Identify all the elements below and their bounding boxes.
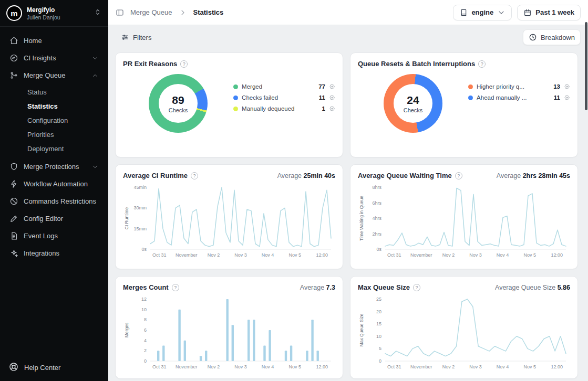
sidebar-subitem-deployment[interactable]: Deployment bbox=[23, 142, 104, 156]
average-readout: Average 25min 40s bbox=[277, 172, 335, 179]
repository-selector[interactable]: engine bbox=[453, 5, 512, 20]
legend-filter-icon[interactable] bbox=[329, 105, 335, 112]
card-title: Average CI Runtime bbox=[123, 172, 188, 179]
workspace-switch-icon[interactable] bbox=[94, 8, 102, 18]
workspace-meta: Mergifyio Julien Danjou bbox=[27, 6, 89, 20]
svg-text:0s: 0s bbox=[141, 247, 147, 252]
help-icon[interactable]: ? bbox=[455, 172, 462, 179]
legend-item[interactable]: Checks failed11 bbox=[233, 94, 335, 101]
legend: Merged77Checks failed11Manually dequeued… bbox=[233, 83, 335, 112]
svg-text:November: November bbox=[410, 364, 432, 369]
sidebar-item-help-center[interactable]: Help Center bbox=[0, 354, 108, 381]
legend-item[interactable]: Ahead manually ...11 bbox=[468, 94, 570, 101]
pr-exit-donut-chart[interactable]: 89 Checks bbox=[149, 74, 208, 133]
max-queue-size-line-chart[interactable]: Max Queue Size0510152025Oct 31NovemberNo… bbox=[358, 294, 570, 374]
breakdown-label: Breakdown bbox=[541, 34, 575, 41]
sidebar-item-merge-protections[interactable]: Merge Protections bbox=[4, 158, 104, 175]
chevron-up-icon bbox=[91, 72, 99, 79]
ci-runtime-line-chart[interactable]: CI Runtime0s15min30min45minOct 31Novembe… bbox=[123, 183, 335, 262]
svg-text:Oct 31: Oct 31 bbox=[387, 364, 401, 369]
sidebar-item-event-logs[interactable]: Event Logs bbox=[4, 227, 104, 245]
svg-text:Max Queue Size: Max Queue Size bbox=[359, 313, 364, 346]
sidebar-subitem-status[interactable]: Status bbox=[23, 85, 104, 99]
chevron-down-icon bbox=[91, 55, 99, 62]
svg-text:Nov 5: Nov 5 bbox=[288, 364, 301, 369]
legend-filter-icon[interactable] bbox=[329, 83, 335, 90]
card-average-ci-runtime: Average CI Runtime ? Average 25min 40s C… bbox=[115, 164, 343, 269]
svg-text:Nov 5: Nov 5 bbox=[523, 364, 536, 369]
breakdown-button[interactable]: Breakdown bbox=[523, 29, 581, 45]
svg-text:6hrs: 6hrs bbox=[372, 200, 381, 206]
sidebar-item-label: Merge Protections bbox=[24, 163, 86, 171]
legend-item[interactable]: Manually dequeued1 bbox=[233, 105, 335, 112]
sidebar-nav: HomeCI InsightsMerge QueueStatusStatisti… bbox=[0, 27, 108, 354]
svg-text:6: 6 bbox=[144, 327, 147, 333]
sidebar-subitem-configuration[interactable]: Configuration bbox=[23, 113, 104, 128]
svg-text:12:00: 12:00 bbox=[316, 252, 328, 258]
sidebar-item-workflow-automation[interactable]: Workflow Automation bbox=[4, 175, 104, 193]
svg-text:CI Runtime: CI Runtime bbox=[124, 207, 129, 229]
breadcrumb-merge-queue[interactable]: Merge Queue bbox=[130, 8, 172, 16]
help-icon[interactable]: ? bbox=[172, 284, 179, 291]
donut-center-label: Checks bbox=[404, 107, 423, 113]
legend-filter-icon[interactable] bbox=[564, 83, 570, 90]
svg-text:Nov 4: Nov 4 bbox=[497, 252, 509, 258]
svg-text:10: 10 bbox=[376, 334, 381, 339]
chevron-right-icon bbox=[179, 8, 187, 17]
sparkle-icon bbox=[9, 249, 18, 258]
legend-value: 1 bbox=[322, 105, 325, 112]
edit-icon bbox=[9, 214, 18, 223]
sidebar-item-commands-restrictions[interactable]: Commands Restrictions bbox=[4, 193, 104, 210]
repository-name: engine bbox=[471, 8, 493, 16]
legend-filter-icon[interactable] bbox=[564, 94, 570, 101]
queue-resets-donut-chart[interactable]: 24 Checks bbox=[384, 74, 442, 133]
card-title: PR Exit Reasons bbox=[123, 60, 177, 68]
legend-value: 11 bbox=[319, 94, 325, 101]
legend-label: Ahead manually ... bbox=[477, 94, 550, 101]
sidebar-item-merge-queue[interactable]: Merge Queue bbox=[4, 67, 104, 84]
app-root: m Mergifyio Julien Danjou HomeCI Insight… bbox=[0, 0, 588, 381]
filters-button[interactable]: Filters bbox=[116, 30, 157, 45]
card-title: Average Queue Waiting Time bbox=[358, 172, 452, 179]
legend-filter-icon[interactable] bbox=[329, 94, 335, 101]
svg-text:4hrs: 4hrs bbox=[372, 216, 381, 221]
card-title: Max Queue Size bbox=[358, 283, 410, 291]
legend-item[interactable]: Merged77 bbox=[233, 83, 335, 90]
sidebar-item-config-editor[interactable]: Config Editor bbox=[4, 210, 104, 227]
sidebar-subitem-priorities[interactable]: Priorities bbox=[23, 128, 104, 142]
legend-value: 77 bbox=[318, 83, 325, 90]
main-area: Merge Queue Statistics engine Past 1 wee… bbox=[108, 0, 588, 381]
queue-waiting-line-chart[interactable]: Time Waiting in Queue0s2hrs4hrs6hrs8hrsO… bbox=[358, 183, 570, 262]
help-icon[interactable]: ? bbox=[413, 284, 420, 291]
insights-icon bbox=[9, 54, 18, 62]
legend: Higher priority q...13Ahead manually ...… bbox=[468, 83, 570, 101]
life-ring-icon bbox=[8, 362, 19, 374]
sidebar-subitem-statistics[interactable]: Statistics bbox=[23, 99, 104, 113]
help-icon[interactable]: ? bbox=[478, 60, 486, 68]
sidebar-item-label: Home bbox=[24, 37, 99, 45]
top-bar: Merge Queue Statistics engine Past 1 wee… bbox=[108, 0, 588, 25]
donut-center-value: 89 bbox=[172, 94, 184, 107]
calendar-icon bbox=[523, 8, 532, 17]
date-range-picker[interactable]: Past 1 week bbox=[517, 5, 581, 20]
donut-center: 24 Checks bbox=[394, 84, 432, 123]
help-icon[interactable]: ? bbox=[191, 172, 198, 179]
svg-text:0: 0 bbox=[379, 358, 381, 364]
sidebar-item-home[interactable]: Home bbox=[4, 32, 104, 49]
card-title: Merges Count bbox=[123, 283, 169, 291]
sidebar-item-integrations[interactable]: Integrations bbox=[4, 245, 104, 262]
svg-text:8: 8 bbox=[144, 317, 147, 322]
workspace-switcher[interactable]: m Mergifyio Julien Danjou bbox=[0, 0, 108, 27]
sidebar-toggle-icon[interactable] bbox=[116, 8, 124, 17]
svg-text:45min: 45min bbox=[133, 185, 147, 190]
card-average-queue-waiting-time: Average Queue Waiting Time ? Average 2hr… bbox=[350, 164, 578, 269]
legend-dot bbox=[468, 96, 473, 100]
legend-item[interactable]: Higher priority q...13 bbox=[468, 83, 570, 90]
merge-queue-submenu: StatusStatisticsConfigurationPrioritiesD… bbox=[4, 85, 104, 156]
legend-dot bbox=[233, 84, 238, 89]
help-icon[interactable]: ? bbox=[180, 60, 188, 68]
scrollbar[interactable] bbox=[585, 22, 587, 110]
sidebar-item-ci-insights[interactable]: CI Insights bbox=[4, 49, 104, 67]
merges-bar-chart[interactable]: Merges024681012Oct 31NovemberNov 2Nov 3N… bbox=[123, 294, 335, 374]
user-name: Julien Danjou bbox=[27, 14, 89, 20]
